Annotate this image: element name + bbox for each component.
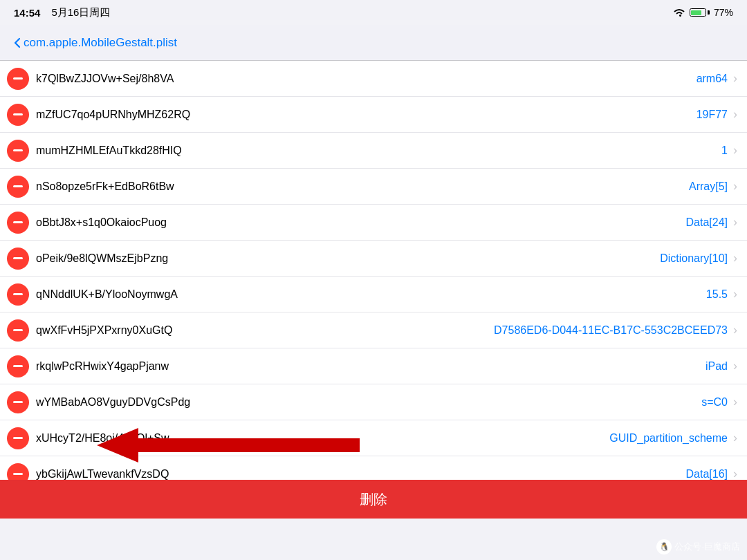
row-key: qNNddlUK+B/YlooNoymwgA: [36, 280, 706, 309]
table-row: oBbtJ8x+s1q0OkaiocPuogData[24]›: [0, 205, 747, 241]
battery-icon: [690, 8, 710, 17]
table-row: mumHZHMLEfAuTkkd28fHIQ1›: [0, 133, 747, 169]
row-value: arm64: [697, 73, 733, 85]
row-key: k7QlBwZJJOVw+Sej/8h8VA: [36, 64, 697, 93]
row-chevron-icon: ›: [733, 179, 747, 194]
nav-bar: com.apple.MobileGestalt.plist 编辑: [0, 25, 747, 61]
table-row: wYMBabAO8VguyDDVgCsPdgs=C0›: [0, 384, 747, 420]
row-key: xUHcyT2/HE8oi/4LaOl+Sw: [36, 424, 609, 453]
row-key: mumHZHMLEfAuTkkd28fHIQ: [36, 136, 721, 165]
table-row: qwXfFvH5jPXPxrny0XuGtQD7586ED6-D044-11EC…: [0, 312, 747, 348]
row-value: iPad: [706, 360, 733, 373]
row-key: mZfUC7qo4pURNhyMHZ62RQ: [36, 100, 697, 129]
battery-percent: 77%: [714, 7, 733, 18]
status-date: 5月16日周四: [51, 6, 110, 19]
row-value: Array[5]: [689, 180, 733, 193]
delete-button[interactable]: [7, 212, 29, 234]
table-row: oPeik/9e8lQWMszEjbPzngDictionary[10]›: [0, 241, 747, 277]
row-value: D7586ED6-D044-11EC-B17C-553C2BCEED73: [494, 324, 733, 337]
row-key: oPeik/9e8lQWMszEjbPzng: [36, 244, 660, 273]
row-value: 19F77: [697, 109, 733, 121]
row-chevron-icon: ›: [733, 323, 747, 337]
table-row: qNNddlUK+B/YlooNoymwgA15.5›: [0, 277, 747, 312]
table-container: k7QlBwZJJOVw+Sej/8h8VAarm64›mZfUC7qo4pUR…: [0, 61, 747, 489]
row-chevron-icon: ›: [733, 431, 747, 445]
status-bar: 14:54 5月16日周四 77%: [0, 0, 747, 25]
watermark-text: 公众号·巨魔商店: [674, 541, 740, 553]
row-chevron-icon: ›: [733, 287, 747, 301]
delete-button[interactable]: [7, 176, 29, 198]
watermark: 🐧 公众号·巨魔商店: [656, 539, 740, 554]
row-key: oBbtJ8x+s1q0OkaiocPuog: [36, 208, 686, 237]
row-chevron-icon: ›: [733, 359, 747, 373]
delete-button[interactable]: [7, 427, 29, 449]
row-value: 1: [721, 144, 733, 157]
delete-button[interactable]: [7, 391, 29, 413]
table-row: xUHcyT2/HE8oi/4LaOl+SwGUID_partition_sch…: [0, 420, 747, 456]
row-key: rkqlwPcRHwixY4gapPjanw: [36, 352, 706, 381]
row-chevron-icon: ›: [733, 251, 747, 265]
table-row: nSo8opze5rFk+EdBoR6tBwArray[5]›: [0, 169, 747, 205]
delete-button[interactable]: [7, 248, 29, 270]
back-label: com.apple.MobileGestalt.plist: [24, 36, 177, 50]
delete-bar[interactable]: 删除: [0, 480, 747, 519]
delete-button[interactable]: [7, 104, 29, 126]
row-value: Dictionary[10]: [660, 252, 733, 265]
row-chevron-icon: ›: [733, 107, 747, 122]
table-row: mZfUC7qo4pURNhyMHZ62RQ19F77›: [0, 97, 747, 133]
delete-label: 删除: [360, 490, 387, 509]
delete-button[interactable]: [7, 355, 29, 377]
row-key: qwXfFvH5jPXPxrny0XuGtQ: [36, 316, 494, 345]
delete-button[interactable]: [7, 283, 29, 306]
row-chevron-icon: ›: [733, 467, 747, 481]
row-key: wYMBabAO8VguyDDVgCsPdg: [36, 388, 701, 417]
status-time: 14:54: [14, 7, 40, 19]
row-chevron-icon: ›: [733, 215, 747, 230]
wifi-icon: [673, 8, 685, 17]
row-value: s=C0: [701, 396, 733, 409]
row-value: Data[24]: [686, 216, 733, 229]
delete-button[interactable]: [7, 68, 29, 90]
row-chevron-icon: ›: [733, 395, 747, 409]
back-button[interactable]: com.apple.MobileGestalt.plist: [14, 36, 177, 50]
row-chevron-icon: ›: [733, 143, 747, 158]
delete-button[interactable]: [7, 319, 29, 342]
delete-button[interactable]: [7, 140, 29, 162]
row-value: Data[16]: [686, 468, 733, 480]
row-value: 15.5: [706, 288, 733, 301]
row-key: nSo8opze5rFk+EdBoR6tBw: [36, 172, 689, 201]
table-row: k7QlBwZJJOVw+Sej/8h8VAarm64›: [0, 61, 747, 97]
row-value: GUID_partition_scheme: [609, 432, 733, 445]
table-row: rkqlwPcRHwixY4gapPjanwiPad›: [0, 348, 747, 384]
watermark-icon: 🐧: [656, 539, 672, 554]
status-icons: 77%: [673, 7, 733, 18]
row-chevron-icon: ›: [733, 71, 747, 86]
